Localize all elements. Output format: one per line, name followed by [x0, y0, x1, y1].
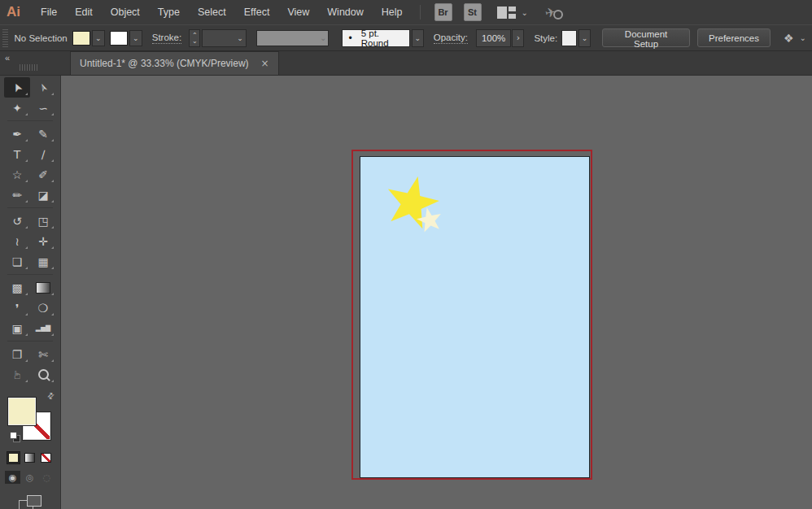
type-tool[interactable]: T — [4, 144, 30, 164]
opacity-arrow-button[interactable]: › — [512, 29, 524, 47]
slice-tool-icon: ✄ — [38, 348, 48, 361]
color-button[interactable] — [7, 451, 20, 464]
fill-color-swatch[interactable] — [72, 31, 90, 46]
star-shape-tool[interactable]: ☆ — [4, 164, 30, 185]
rotate-tool[interactable]: ↺ — [4, 211, 30, 231]
eraser-tool[interactable]: ◪ — [30, 185, 56, 205]
style-swatch[interactable] — [561, 30, 577, 46]
swap-fill-stroke-icon[interactable]: ⇄ — [45, 390, 56, 402]
collapse-panels-icon[interactable]: « — [5, 53, 10, 63]
tools-panel: ➤➢✦∽✒✎T∕☆✐✏◪↺◳≀✛❏▦▩❜❍▣▂▅▇❐✄☞ ⇄ ◉ ◎ ◌ — [0, 76, 61, 509]
curvature-tool[interactable]: ✎ — [30, 124, 56, 144]
shape-builder-tool-icon: ❏ — [12, 255, 23, 268]
brush-definition-combobox[interactable]: • 5 pt. Round — [342, 29, 409, 47]
artboard[interactable] — [360, 156, 590, 478]
symbol-sprayer-tool[interactable]: ▣ — [4, 318, 30, 338]
toolbar-grip[interactable] — [20, 64, 39, 71]
stroke-color-dropdown[interactable]: ⌄ — [129, 30, 142, 46]
mesh-tool[interactable]: ▩ — [4, 277, 30, 298]
document-setup-button[interactable]: Document Setup — [602, 28, 690, 47]
draw-inside-button[interactable]: ◌ — [39, 471, 55, 484]
control-panel: No Selection ⌄ ⌄ Stroke: ⌃ ⌄ ⌄ ⌄ • 5 pt.… — [0, 24, 812, 51]
menu-type[interactable]: Type — [149, 0, 189, 24]
none-button[interactable] — [39, 451, 53, 464]
stock-button[interactable]: St — [464, 3, 482, 21]
menu-effect[interactable]: Effect — [235, 0, 279, 24]
selection-tool[interactable]: ➤ — [4, 77, 30, 98]
fill-color-control[interactable]: ⌄ — [72, 30, 105, 46]
preferences-button[interactable]: Preferences — [697, 28, 771, 47]
stepper-down-icon[interactable]: ⌄ — [192, 38, 198, 44]
menu-object[interactable]: Object — [102, 0, 149, 24]
magic-wand-tool-icon: ✦ — [12, 102, 22, 115]
gradient-tool-icon — [36, 282, 50, 294]
tools-grid: ➤➢✦∽✒✎T∕☆✐✏◪↺◳≀✛❏▦▩❜❍▣▂▅▇❐✄☞ — [0, 76, 60, 385]
zoom-tool-icon — [38, 369, 49, 380]
document-tab[interactable]: Untitled-1* @ 33.33% (CMYK/Preview) × — [70, 51, 279, 75]
close-tab-icon[interactable]: × — [261, 58, 269, 69]
chevron-down-icon[interactable]: ⌄ — [800, 33, 806, 42]
stroke-weight-combobox[interactable]: ⌄ — [202, 29, 246, 47]
eyedropper-tool[interactable]: ❜ — [4, 298, 30, 318]
direct-selection-tool[interactable]: ➢ — [30, 77, 56, 98]
column-graph-tool-icon: ▂▅▇ — [36, 324, 50, 332]
screen-mode-icon[interactable] — [19, 495, 41, 509]
menubar-separator — [420, 5, 421, 20]
variable-width-profile-dropdown[interactable]: ⌄ — [256, 30, 330, 46]
shaper-tool[interactable]: ✏ — [4, 185, 30, 205]
control-panel-grip[interactable] — [2, 29, 8, 47]
opacity-field[interactable]: 100% — [476, 29, 511, 47]
chevron-down-icon: ⌄ — [320, 33, 326, 42]
shape-builder-tool[interactable]: ❏ — [4, 251, 30, 272]
artboard-tool-icon: ❐ — [12, 348, 23, 361]
cs-live-icon[interactable]: ✈ — [545, 5, 563, 20]
blend-tool[interactable]: ❍ — [30, 298, 56, 318]
hand-tool[interactable]: ☞ — [4, 364, 30, 385]
fill-swatch[interactable] — [8, 398, 36, 425]
perspective-grid-tool[interactable]: ▦ — [30, 251, 56, 272]
mesh-tool-icon: ▩ — [11, 281, 22, 294]
scale-tool[interactable]: ◳ — [30, 211, 56, 231]
stroke-weight-label[interactable]: Stroke: — [152, 33, 181, 44]
selection-status-label: No Selection — [15, 33, 68, 43]
opacity-label[interactable]: Opacity: — [434, 33, 468, 44]
stroke-color-swatch[interactable] — [110, 31, 128, 46]
menu-select[interactable]: Select — [189, 0, 235, 24]
slice-tool[interactable]: ✄ — [30, 344, 56, 364]
bridge-button[interactable]: Br — [434, 3, 452, 21]
draw-normal-button[interactable]: ◉ — [5, 471, 20, 484]
stroke-weight-stepper[interactable]: ⌃ ⌄ — [189, 29, 200, 47]
gradient-chip — [24, 453, 35, 463]
magic-wand-tool[interactable]: ✦ — [4, 98, 30, 118]
opacity-value: 100% — [482, 33, 505, 43]
style-dropdown[interactable]: ⌄ — [578, 29, 591, 47]
fill-color-dropdown[interactable]: ⌄ — [92, 30, 105, 46]
none-chip — [41, 453, 51, 463]
lasso-tool[interactable]: ∽ — [30, 98, 56, 118]
column-graph-tool[interactable]: ▂▅▇ — [30, 318, 56, 338]
zoom-tool[interactable] — [30, 364, 56, 385]
width-tool[interactable]: ≀ — [4, 231, 30, 251]
default-fill-stroke-icon[interactable] — [10, 432, 21, 443]
main-menu: FileEditObjectTypeSelectEffectViewWindow… — [32, 0, 412, 24]
artboard-tool[interactable]: ❐ — [4, 344, 30, 364]
menu-window[interactable]: Window — [318, 0, 372, 24]
arrange-documents-icon[interactable] — [497, 7, 516, 19]
canvas-area[interactable] — [61, 76, 812, 509]
paintbrush-tool[interactable]: ✐ — [30, 164, 56, 185]
fill-stroke-indicator[interactable]: ⇄ — [8, 394, 52, 442]
menu-view[interactable]: View — [278, 0, 318, 24]
gradient-button[interactable] — [23, 451, 37, 464]
menu-file[interactable]: File — [32, 0, 66, 24]
line-segment-tool[interactable]: ∕ — [30, 144, 56, 164]
brush-definition-dropdown[interactable]: ⌄ — [412, 29, 424, 47]
menu-help[interactable]: Help — [373, 0, 412, 24]
align-options-icon[interactable]: ❖ — [784, 32, 794, 45]
chevron-down-icon[interactable]: ⌄ — [522, 8, 528, 17]
stroke-color-control[interactable]: ⌄ — [110, 30, 142, 46]
draw-behind-button[interactable]: ◎ — [22, 471, 37, 484]
pen-tool[interactable]: ✒ — [4, 124, 30, 144]
free-transform-tool[interactable]: ✛ — [30, 231, 56, 251]
menu-edit[interactable]: Edit — [66, 0, 102, 24]
gradient-tool[interactable] — [30, 277, 56, 298]
